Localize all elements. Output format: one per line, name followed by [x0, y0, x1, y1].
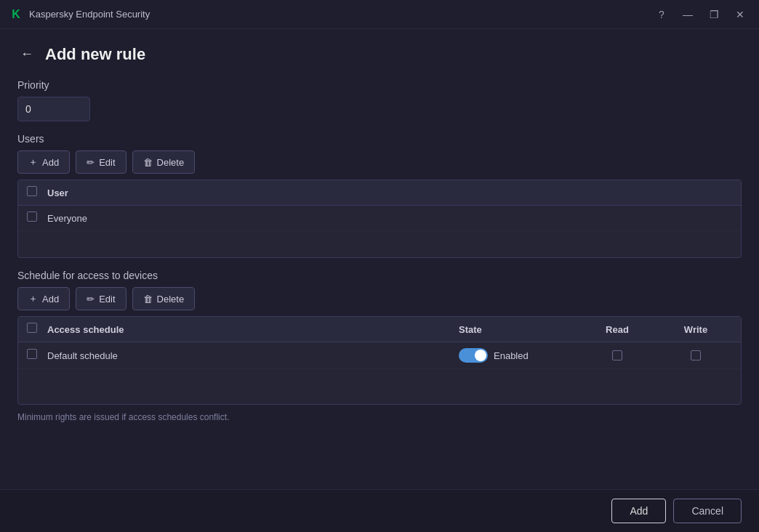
priority-section: Priority 0 ▲ ▼ — [17, 79, 742, 121]
row-check-col — [27, 211, 41, 225]
schedule-header-check — [27, 323, 41, 336]
schedule-col-header-read: Read — [581, 324, 654, 335]
main-content: ← Add new rule Priority 0 ▲ ▼ Users ＋ Ad… — [0, 29, 759, 489]
users-header-check — [27, 186, 41, 199]
users-table-header: User — [18, 180, 741, 206]
schedule-edit-label: Edit — [99, 294, 115, 305]
toggle-container: Enabled — [459, 348, 575, 363]
users-toolbar: ＋ Add ✏ Edit 🗑 Delete — [17, 150, 742, 174]
schedule-select-all-checkbox[interactable] — [27, 323, 37, 333]
schedule-col-header-write: Write — [659, 324, 732, 335]
plus-icon: ＋ — [28, 292, 38, 305]
users-col-header-name: User — [47, 188, 732, 198]
schedule-add-button[interactable]: ＋ Add — [17, 287, 70, 310]
schedule-add-label: Add — [42, 294, 59, 305]
pencil-icon: ✏ — [87, 294, 95, 305]
users-table: User Everyone — [17, 180, 742, 258]
priority-input[interactable]: 0 — [18, 103, 90, 115]
trash-icon: 🗑 — [143, 294, 153, 305]
plus-icon: ＋ — [28, 156, 38, 169]
titlebar-left: K Kaspersky Endpoint Security — [9, 7, 150, 22]
page-title: Add new rule — [45, 45, 145, 64]
titlebar: K Kaspersky Endpoint Security ? — ❐ ✕ — [0, 0, 759, 29]
users-edit-button[interactable]: ✏ Edit — [76, 150, 126, 174]
table-row: Default schedule Enabled — [18, 342, 741, 369]
schedule-row-read — [581, 350, 654, 360]
schedule-label: Schedule for access to devices — [17, 270, 742, 281]
users-select-all-checkbox[interactable] — [27, 186, 37, 196]
schedule-table: Access schedule State Read Write Default… — [17, 316, 742, 405]
schedule-row-checkbox[interactable] — [27, 349, 37, 359]
titlebar-controls: ? — ❐ ✕ — [651, 4, 750, 25]
cancel-button[interactable]: Cancel — [673, 499, 742, 523]
schedule-write-checkbox[interactable] — [691, 350, 701, 360]
schedule-toolbar: ＋ Add ✏ Edit 🗑 Delete — [17, 287, 742, 310]
bottom-bar: Add Cancel — [0, 489, 759, 532]
schedule-section: Schedule for access to devices ＋ Add ✏ E… — [17, 270, 742, 475]
priority-label: Priority — [17, 79, 742, 91]
help-button[interactable]: ? — [651, 4, 672, 25]
schedule-col-header-state: State — [459, 324, 575, 335]
schedule-table-header: Access schedule State Read Write — [18, 317, 741, 342]
table-row-empty — [18, 231, 741, 257]
trash-icon: 🗑 — [143, 157, 153, 168]
state-toggle[interactable] — [459, 348, 488, 363]
close-button[interactable]: ✕ — [730, 4, 750, 25]
app-logo: K — [9, 7, 23, 22]
footer-note: Minimum rights are issued if access sche… — [17, 405, 742, 422]
toggle-slider — [459, 348, 488, 363]
schedule-row-check-col — [27, 349, 41, 362]
users-delete-button[interactable]: 🗑 Delete — [132, 150, 196, 174]
users-add-label: Add — [42, 157, 59, 168]
schedule-delete-button[interactable]: 🗑 Delete — [132, 287, 196, 310]
schedule-table-body: Default schedule Enabled — [18, 342, 741, 404]
table-row: Everyone — [18, 206, 741, 231]
users-delete-label: Delete — [157, 157, 185, 168]
users-label: Users — [17, 133, 742, 145]
maximize-button[interactable]: ❐ — [704, 4, 724, 25]
users-section: Users ＋ Add ✏ Edit 🗑 Delete User — [17, 133, 742, 258]
schedule-edit-button[interactable]: ✏ Edit — [76, 287, 126, 310]
add-button[interactable]: Add — [611, 499, 666, 523]
schedule-col-header-name: Access schedule — [47, 324, 453, 335]
users-add-button[interactable]: ＋ Add — [17, 150, 70, 174]
minimize-button[interactable]: — — [678, 4, 698, 25]
schedule-row-name: Default schedule — [47, 350, 453, 361]
user-row-checkbox[interactable] — [27, 211, 37, 222]
page-header: ← Add new rule — [17, 44, 742, 65]
user-name-cell: Everyone — [47, 213, 732, 224]
app-title: Kaspersky Endpoint Security — [29, 9, 150, 20]
users-table-body: Everyone — [18, 206, 741, 257]
priority-spinner: 0 ▲ ▼ — [17, 97, 90, 121]
schedule-read-checkbox[interactable] — [612, 350, 622, 360]
users-edit-label: Edit — [99, 157, 115, 168]
state-label: Enabled — [494, 350, 529, 361]
schedule-delete-label: Delete — [157, 294, 185, 305]
schedule-row-write — [659, 350, 732, 360]
pencil-icon: ✏ — [87, 157, 95, 168]
back-button[interactable]: ← — [17, 44, 36, 65]
schedule-row-state: Enabled — [459, 348, 575, 363]
table-row-empty — [18, 369, 741, 404]
